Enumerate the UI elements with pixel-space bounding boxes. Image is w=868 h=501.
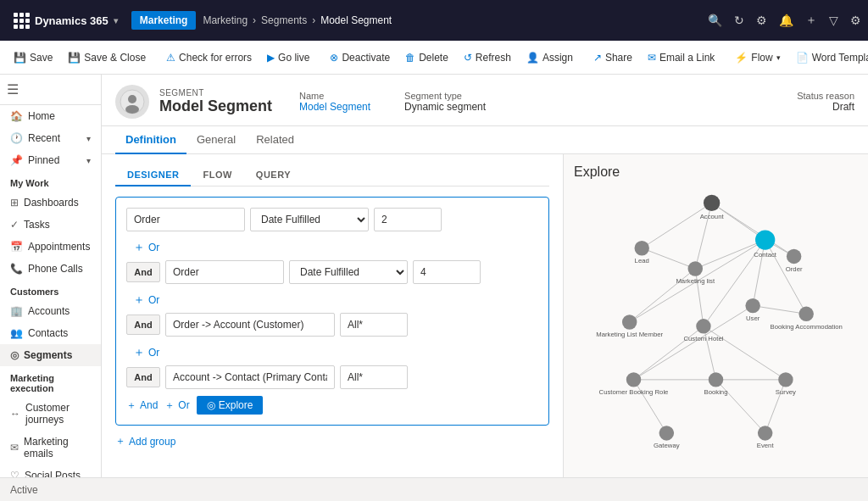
tab-definition[interactable]: Definition bbox=[115, 126, 186, 154]
and-btn-4[interactable]: And bbox=[126, 367, 160, 387]
delete-icon: 🗑 bbox=[405, 52, 415, 64]
or-link-3[interactable]: ＋ Or bbox=[126, 343, 538, 365]
breadcrumb: Marketing › Segments › Model Segment bbox=[203, 14, 701, 26]
designer-tab-query[interactable]: QUERY bbox=[244, 164, 303, 186]
check-errors-button[interactable]: ⚠ Check for errors bbox=[159, 48, 259, 67]
sidebar-item-segments[interactable]: ◎ Segments bbox=[0, 344, 101, 366]
and-btn-3[interactable]: And bbox=[126, 315, 160, 335]
row2-value-input[interactable] bbox=[413, 260, 481, 284]
name-value[interactable]: Model Segment bbox=[299, 101, 370, 113]
name-field: Name Model Segment bbox=[299, 91, 370, 113]
module-name[interactable]: Marketing bbox=[131, 11, 197, 30]
svg-point-35 bbox=[626, 372, 641, 387]
svg-text:Gateway: Gateway bbox=[654, 442, 680, 449]
sidebar-item-home[interactable]: 🏠 Home bbox=[0, 105, 101, 127]
sidebar-item-recent[interactable]: 🕐 Recent ▾ bbox=[0, 127, 101, 149]
status-bar: Active bbox=[0, 477, 868, 501]
row1-entity-input[interactable] bbox=[126, 208, 245, 231]
notifications-icon[interactable]: 🔔 bbox=[779, 14, 793, 27]
go-live-button[interactable]: ▶ Go live bbox=[260, 48, 316, 67]
plus-and-icon: ＋ bbox=[126, 398, 136, 413]
record-avatar bbox=[115, 85, 149, 119]
save-icon: 💾 bbox=[14, 52, 26, 64]
search-icon[interactable]: 🔍 bbox=[708, 14, 722, 27]
sidebar-item-journeys[interactable]: ↔ Customer journeys bbox=[0, 397, 101, 431]
sidebar-item-dashboards[interactable]: ⊞ Dashboards bbox=[0, 192, 101, 214]
row1-operator-select[interactable]: Date Fulfilled bbox=[250, 208, 369, 231]
add-group-link[interactable]: ＋ Add group bbox=[115, 434, 549, 448]
breadcrumb-marketing[interactable]: Marketing bbox=[203, 14, 248, 26]
sidebar-item-social[interactable]: ♡ Social Posts bbox=[0, 465, 101, 477]
refresh-icon[interactable]: ↻ bbox=[734, 14, 744, 27]
svg-text:Order: Order bbox=[786, 265, 803, 273]
tab-related[interactable]: Related bbox=[246, 126, 304, 154]
save-button[interactable]: 💾 Save bbox=[7, 48, 59, 67]
deactivate-button[interactable]: ⊗ Deactivate bbox=[323, 48, 397, 67]
svg-line-17 bbox=[704, 326, 716, 380]
sidebar-item-tasks[interactable]: ✓ Tasks bbox=[0, 214, 101, 236]
svg-point-2 bbox=[125, 105, 139, 114]
svg-text:Booking Accommodation: Booking Accommodation bbox=[771, 323, 843, 331]
segment-type-value: Dynamic segment bbox=[404, 101, 486, 113]
delete-button[interactable]: 🗑 Delete bbox=[398, 48, 455, 67]
svg-line-13 bbox=[642, 248, 695, 269]
tab-general[interactable]: General bbox=[186, 126, 246, 154]
journeys-icon: ↔ bbox=[10, 408, 20, 420]
explore-button[interactable]: ◎ Explore bbox=[197, 396, 264, 415]
designer-tab-designer[interactable]: DESIGNER bbox=[115, 164, 191, 186]
options-icon[interactable]: ⚙ bbox=[850, 14, 861, 27]
sidebar-item-phone-calls[interactable]: 📞 Phone Calls bbox=[0, 258, 101, 280]
row4-entity-input[interactable] bbox=[165, 365, 335, 389]
explore-graph: AccountContactLeadMarketing listOrderMar… bbox=[574, 186, 858, 458]
row4-value-input[interactable] bbox=[340, 365, 408, 389]
svg-point-32 bbox=[696, 319, 710, 333]
and-btn-2[interactable]: And bbox=[126, 262, 160, 282]
row2-entity-input[interactable] bbox=[165, 260, 284, 284]
svg-line-25 bbox=[765, 380, 786, 433]
segment-content: DESIGNER FLOW QUERY Date Fulfilled ＋ bbox=[102, 154, 868, 477]
flow-button[interactable]: ⚡ Flow ▾ bbox=[728, 48, 787, 67]
app-launcher[interactable]: Dynamics 365 ▾ bbox=[7, 9, 125, 32]
hamburger-icon[interactable]: ☰ bbox=[7, 82, 19, 97]
emails-icon: ✉ bbox=[10, 442, 19, 454]
footer-or-link[interactable]: ＋ Or bbox=[164, 398, 189, 413]
email-link-button[interactable]: ✉ Email a Link bbox=[641, 48, 721, 67]
filter-icon[interactable]: ▽ bbox=[829, 14, 838, 27]
sidebar-toggle[interactable]: ☰ bbox=[0, 75, 101, 105]
sidebar-item-accounts[interactable]: 🏢 Accounts bbox=[0, 300, 101, 322]
query-builder: Date Fulfilled ＋ Or And Date Fulfilled bbox=[115, 197, 549, 426]
or-link-2[interactable]: ＋ Or bbox=[126, 291, 538, 313]
content-area: SEGMENT Model Segment Name Model Segment… bbox=[102, 75, 868, 477]
row1-value-input[interactable] bbox=[374, 208, 442, 231]
or-link-1[interactable]: ＋ Or bbox=[126, 238, 538, 260]
check-errors-icon: ⚠ bbox=[166, 52, 175, 64]
word-templates-button[interactable]: 📄 Word Templates ▾ bbox=[789, 48, 868, 67]
row2-operator-select[interactable]: Date Fulfilled bbox=[289, 260, 408, 284]
assign-button[interactable]: 👤 Assign bbox=[520, 48, 580, 67]
share-button[interactable]: ↗ Share bbox=[587, 48, 639, 67]
save-close-button[interactable]: 💾 Save & Close bbox=[61, 48, 153, 67]
row3-entity-input[interactable] bbox=[165, 313, 335, 337]
sidebar-item-contacts[interactable]: 👥 Contacts bbox=[0, 322, 101, 344]
segments-icon: ◎ bbox=[10, 349, 19, 361]
refresh-button[interactable]: ↺ Refresh bbox=[457, 48, 518, 67]
sidebar-item-appointments[interactable]: 📅 Appointments bbox=[0, 236, 101, 258]
go-live-icon: ▶ bbox=[267, 52, 275, 64]
query-row-2: And Date Fulfilled bbox=[126, 260, 538, 284]
settings-icon[interactable]: ⚙ bbox=[756, 14, 767, 27]
svg-text:Custom Hotel: Custom Hotel bbox=[683, 335, 723, 342]
add-icon[interactable]: ＋ bbox=[805, 13, 817, 28]
status-label: Active bbox=[10, 484, 38, 496]
designer-tab-flow[interactable]: FLOW bbox=[191, 164, 243, 186]
sidebar-item-emails[interactable]: ✉ Marketing emails bbox=[0, 431, 101, 465]
row3-value-input[interactable] bbox=[340, 313, 408, 337]
top-navigation: Dynamics 365 ▾ Marketing Marketing › Seg… bbox=[0, 0, 868, 41]
plus-icon-1: ＋ bbox=[133, 240, 145, 255]
email-icon: ✉ bbox=[648, 52, 656, 64]
breadcrumb-segments[interactable]: Segments bbox=[261, 14, 307, 26]
svg-text:Marketing List Member: Marketing List Member bbox=[596, 331, 663, 338]
footer-and-link[interactable]: ＋ And bbox=[126, 398, 158, 413]
sidebar-item-pinned[interactable]: 📌 Pinned ▾ bbox=[0, 149, 101, 171]
svg-text:Event: Event bbox=[757, 442, 775, 449]
app-title: Dynamics 365 bbox=[35, 14, 108, 27]
